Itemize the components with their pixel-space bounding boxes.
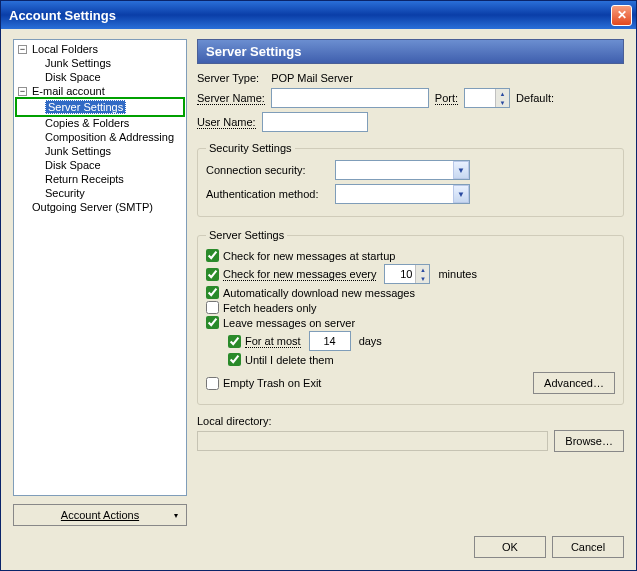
server-type-row: Server Type: POP Mail Server	[197, 72, 624, 84]
empty-trash-row: Empty Trash on Exit Advanced…	[206, 372, 615, 394]
fetch-headers-checkbox[interactable]	[206, 301, 219, 314]
footer-buttons: OK Cancel	[13, 536, 624, 558]
window-title: Account Settings	[9, 8, 611, 23]
server-type-label: Server Type:	[197, 72, 259, 84]
user-name-label: User Name:	[197, 116, 256, 129]
port-input[interactable]	[465, 89, 495, 107]
close-button[interactable]: ✕	[611, 5, 632, 26]
tree-item-outgoing-smtp[interactable]: Outgoing Server (SMTP)	[16, 200, 184, 214]
spin-down-icon[interactable]: ▼	[416, 274, 429, 283]
dropdown-icon: ▾	[174, 511, 178, 520]
account-actions-label: Account Actions	[61, 509, 139, 521]
leave-on-server-checkbox[interactable]	[206, 316, 219, 329]
left-column: − Local Folders Junk Settings Disk Space…	[13, 39, 187, 526]
server-name-input[interactable]	[271, 88, 429, 108]
user-name-input[interactable]	[262, 112, 368, 132]
port-label: Port:	[435, 92, 458, 105]
tree-item-junk[interactable]: Junk Settings	[16, 144, 184, 158]
server-settings-legend: Server Settings	[206, 229, 287, 241]
collapse-icon[interactable]: −	[18, 45, 27, 54]
local-directory-label: Local directory:	[197, 415, 624, 427]
check-startup-checkbox[interactable]	[206, 249, 219, 262]
tree-item-composition-addressing[interactable]: Composition & Addressing	[16, 130, 184, 144]
security-settings-group: Security Settings Connection security: ▼…	[197, 142, 624, 217]
fetch-headers-label: Fetch headers only	[223, 302, 317, 314]
check-startup-row: Check for new messages at startup	[206, 249, 615, 262]
columns: − Local Folders Junk Settings Disk Space…	[13, 39, 624, 526]
ok-button[interactable]: OK	[474, 536, 546, 558]
authentication-method-row: Authentication method: ▼	[206, 184, 615, 204]
cancel-button[interactable]: Cancel	[552, 536, 624, 558]
panel-heading: Server Settings	[197, 39, 624, 64]
server-name-row: Server Name: Port: ▲ ▼ Default:	[197, 88, 624, 108]
auto-download-checkbox[interactable]	[206, 286, 219, 299]
check-every-row: Check for new messages every ▲ ▼ minutes	[206, 264, 615, 284]
tree-item-local-folders[interactable]: − Local Folders	[16, 42, 184, 56]
close-icon: ✕	[617, 8, 627, 22]
titlebar: Account Settings ✕	[1, 1, 636, 29]
check-every-spinner[interactable]: ▲ ▼	[384, 264, 430, 284]
for-at-most-row: For at most days	[206, 331, 615, 351]
days-label: days	[359, 335, 382, 347]
local-directory-field	[197, 431, 548, 451]
spinner-arrows: ▲ ▼	[415, 265, 429, 283]
empty-trash-checkbox[interactable]	[206, 377, 219, 390]
spin-down-icon[interactable]: ▼	[496, 98, 509, 107]
connection-security-label: Connection security:	[206, 164, 329, 176]
check-every-checkbox[interactable]	[206, 268, 219, 281]
spinner-arrows: ▲ ▼	[495, 89, 509, 107]
tree-item-disk[interactable]: Disk Space	[16, 158, 184, 172]
spin-up-icon[interactable]: ▲	[416, 265, 429, 274]
right-column: Server Settings Server Type: POP Mail Se…	[197, 39, 624, 526]
security-settings-legend: Security Settings	[206, 142, 295, 154]
local-directory-section: Local directory: Browse…	[197, 415, 624, 456]
tree-item-local-disk[interactable]: Disk Space	[16, 70, 184, 84]
tree-item-server-settings[interactable]: Server Settings	[15, 97, 185, 117]
tree-item-local-junk[interactable]: Junk Settings	[16, 56, 184, 70]
user-name-row: User Name:	[197, 112, 624, 132]
authentication-method-input[interactable]	[335, 184, 470, 204]
accounts-tree[interactable]: − Local Folders Junk Settings Disk Space…	[13, 39, 187, 496]
account-settings-dialog: Account Settings ✕ − Local Folders Junk …	[0, 0, 637, 571]
check-every-label: Check for new messages every	[223, 268, 376, 281]
chevron-down-icon[interactable]: ▼	[453, 185, 469, 203]
for-at-most-checkbox[interactable]	[228, 335, 241, 348]
until-delete-row: Until I delete them	[206, 353, 615, 366]
local-directory-row: Browse…	[197, 430, 624, 452]
until-delete-checkbox[interactable]	[228, 353, 241, 366]
advanced-button[interactable]: Advanced…	[533, 372, 615, 394]
account-actions-button[interactable]: Account Actions ▾	[13, 504, 187, 526]
tree-item-email-account[interactable]: − E-mail account	[16, 84, 184, 98]
check-every-input[interactable]	[385, 265, 415, 283]
server-settings-group: Server Settings Check for new messages a…	[197, 229, 624, 405]
auto-download-label: Automatically download new messages	[223, 287, 415, 299]
authentication-method-combo[interactable]: ▼	[335, 184, 470, 204]
until-delete-label: Until I delete them	[245, 354, 334, 366]
spin-up-icon[interactable]: ▲	[496, 89, 509, 98]
tree-item-copies-folders[interactable]: Copies & Folders	[16, 116, 184, 130]
port-spinner[interactable]: ▲ ▼	[464, 88, 510, 108]
auto-download-row: Automatically download new messages	[206, 286, 615, 299]
leave-on-server-row: Leave messages on server	[206, 316, 615, 329]
empty-trash-label: Empty Trash on Exit	[223, 377, 321, 389]
connection-security-row: Connection security: ▼	[206, 160, 615, 180]
server-type-value: POP Mail Server	[271, 72, 353, 84]
leave-on-server-label: Leave messages on server	[223, 317, 355, 329]
content-area: − Local Folders Junk Settings Disk Space…	[1, 29, 636, 570]
check-startup-label: Check for new messages at startup	[223, 250, 395, 262]
minutes-label: minutes	[438, 268, 477, 280]
chevron-down-icon[interactable]: ▼	[453, 161, 469, 179]
fetch-headers-row: Fetch headers only	[206, 301, 615, 314]
authentication-method-label: Authentication method:	[206, 188, 329, 200]
tree-item-security[interactable]: Security	[16, 186, 184, 200]
for-at-most-label: For at most	[245, 335, 301, 348]
connection-security-combo[interactable]: ▼	[335, 160, 470, 180]
for-at-most-input[interactable]	[309, 331, 351, 351]
collapse-icon[interactable]: −	[18, 87, 27, 96]
server-name-label: Server Name:	[197, 92, 265, 105]
connection-security-input[interactable]	[335, 160, 470, 180]
browse-button[interactable]: Browse…	[554, 430, 624, 452]
tree-item-return-receipts[interactable]: Return Receipts	[16, 172, 184, 186]
default-label: Default:	[516, 92, 554, 104]
